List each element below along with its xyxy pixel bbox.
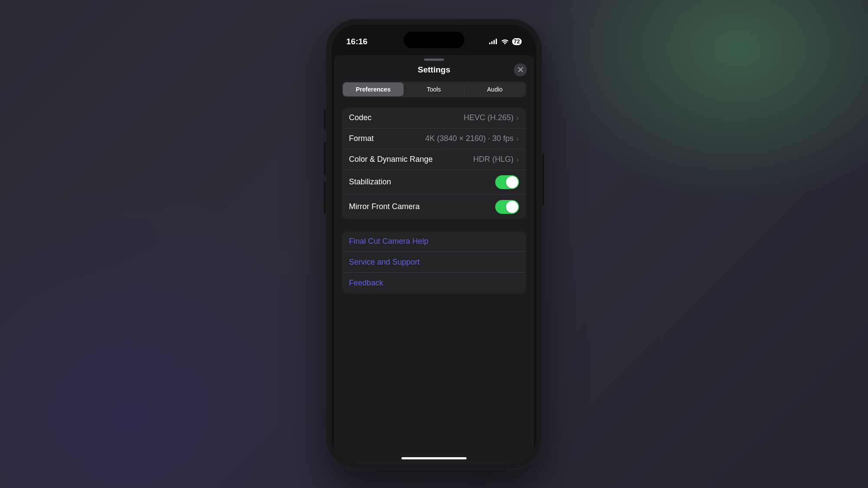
- close-button[interactable]: [514, 63, 527, 76]
- link-label: Final Cut Camera Help: [349, 237, 519, 246]
- chevron-right-icon: ›: [516, 134, 519, 144]
- sheet-header: Settings: [334, 61, 534, 82]
- svg-rect-2: [493, 40, 495, 44]
- dynamic-island: [404, 32, 464, 48]
- link-label: Feedback: [349, 278, 519, 288]
- row-support[interactable]: Service and Support: [342, 252, 526, 273]
- row-stabilization: Stabilization: [342, 170, 526, 195]
- row-value: HDR (HLG): [473, 155, 513, 164]
- wifi-icon: [501, 39, 509, 45]
- row-value: HEVC (H.265): [464, 113, 513, 122]
- row-codec[interactable]: Codec HEVC (H.265) ›: [342, 108, 526, 128]
- tab-preferences[interactable]: Preferences: [343, 82, 404, 96]
- row-label: Format: [349, 134, 425, 143]
- volume-up-button: [324, 142, 326, 175]
- sheet-title: Settings: [418, 65, 450, 75]
- row-value: 4K (3840 × 2160) · 30 fps: [425, 134, 514, 143]
- row-feedback[interactable]: Feedback: [342, 273, 526, 294]
- tab-tools[interactable]: Tools: [404, 82, 464, 96]
- svg-rect-1: [491, 41, 493, 44]
- settings-sheet: Settings Preferences Tools Audio Codec H…: [334, 55, 534, 464]
- row-color-dynamic-range[interactable]: Color & Dynamic Range HDR (HLG) ›: [342, 149, 526, 170]
- volume-down-button: [324, 181, 326, 214]
- row-label: Codec: [349, 113, 464, 122]
- row-label: Stabilization: [349, 177, 495, 187]
- chevron-right-icon: ›: [516, 113, 519, 123]
- home-indicator[interactable]: [401, 457, 467, 459]
- preferences-group: Codec HEVC (H.265) › Format 4K (3840 × 2…: [342, 108, 526, 219]
- mirror-toggle[interactable]: [495, 200, 519, 214]
- row-label: Color & Dynamic Range: [349, 155, 473, 164]
- chevron-right-icon: ›: [516, 154, 519, 164]
- svg-rect-3: [496, 39, 497, 44]
- close-icon: [518, 67, 523, 72]
- row-label: Mirror Front Camera: [349, 202, 495, 211]
- stabilization-toggle[interactable]: [495, 175, 519, 189]
- tab-audio[interactable]: Audio: [464, 82, 525, 96]
- status-indicators: 72: [489, 38, 522, 45]
- row-help[interactable]: Final Cut Camera Help: [342, 231, 526, 252]
- svg-rect-0: [489, 43, 490, 44]
- status-time: 16:16: [346, 37, 368, 46]
- row-mirror-front-camera: Mirror Front Camera: [342, 195, 526, 219]
- phone-screen: 16:16 72 Settings Preferences Tools Audi…: [332, 25, 536, 464]
- power-button: [542, 153, 544, 205]
- cellular-icon: [489, 39, 498, 44]
- segmented-control: Preferences Tools Audio: [342, 82, 526, 97]
- battery-icon: 72: [512, 38, 522, 45]
- links-group: Final Cut Camera Help Service and Suppor…: [342, 231, 526, 294]
- row-format[interactable]: Format 4K (3840 × 2160) · 30 fps ›: [342, 128, 526, 149]
- link-label: Service and Support: [349, 258, 519, 267]
- phone-frame: 16:16 72 Settings Preferences Tools Audi…: [326, 19, 542, 470]
